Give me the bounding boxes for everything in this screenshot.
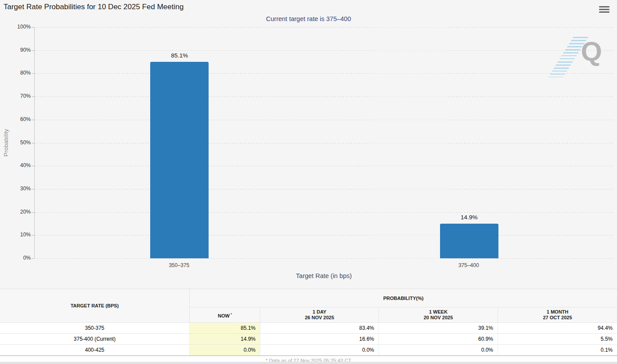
probability-table: TARGET RATE (BPS) PROBABILITY(%) NOW* 1 … [0, 289, 617, 356]
y-tick-label: 40% [0, 162, 31, 168]
table-body: 350-37585.1%83.4%39.1%94.4%375-400 (Curr… [0, 322, 617, 355]
header-1-month: 1 MONTH 27 OCT 2025 [498, 307, 617, 322]
header-now: NOW* [190, 307, 260, 322]
cell-1-day: 16.6% [260, 334, 379, 344]
y-tick-label: 10% [0, 232, 31, 238]
cell-rate: 350-375 [0, 323, 190, 333]
hamburger-bar [599, 11, 610, 13]
page-title: Target Rate Probabilities for 10 Dec 202… [4, 3, 184, 11]
y-tick-mark [32, 258, 34, 259]
bar-value-label: 14.9% [440, 214, 498, 221]
x-axis-title: Target Rate (in bps) [34, 272, 613, 279]
cell-rate: 375-400 (Current) [0, 334, 190, 344]
y-tick-label: 100% [0, 24, 31, 30]
y-tick-label: 80% [0, 70, 31, 76]
y-tick-mark [32, 96, 34, 97]
gridline [35, 96, 613, 97]
hamburger-menu-icon[interactable] [599, 5, 610, 14]
gridline [35, 166, 613, 166]
y-tick-mark [32, 189, 34, 189]
horizontal-scrollbar[interactable] [0, 362, 617, 364]
cell-1-week: 39.1% [379, 323, 498, 333]
y-tick-mark [32, 166, 34, 166]
cell-rate: 400-425 [0, 345, 190, 355]
hamburger-bar [599, 6, 610, 8]
cell-1-month: 0.1% [498, 345, 617, 355]
bar-350–375[interactable] [150, 62, 209, 258]
gridline [35, 143, 613, 143]
bar-value-label: 85.1% [150, 52, 209, 59]
y-tick-label: 20% [0, 209, 31, 215]
y-tick-mark [32, 73, 34, 74]
cell-now: 85.1% [190, 323, 260, 333]
header-1-day: 1 DAY 26 NOV 2025 [260, 307, 379, 322]
gridline [35, 258, 613, 259]
table-header: TARGET RATE (BPS) PROBABILITY(%) NOW* 1 … [0, 289, 617, 322]
cell-1-month: 5.5% [498, 334, 617, 344]
chart-panel: Target Rate Probabilities for 10 Dec 202… [0, 0, 617, 289]
y-tick-mark [32, 120, 34, 120]
table-row: 375-400 (Current)14.9%16.6%60.9%5.5% [0, 333, 617, 344]
y-tick-mark [32, 212, 34, 213]
cell-1-week: 60.9% [379, 334, 498, 344]
cell-1-day: 0.0% [260, 345, 379, 355]
cell-1-day: 83.4% [260, 323, 379, 333]
gridline [35, 212, 613, 213]
gridline [35, 27, 613, 28]
cell-now: 14.9% [190, 334, 260, 344]
x-category-label: 375–400 [440, 262, 498, 268]
y-tick-mark [32, 27, 34, 28]
y-tick-label: 0% [0, 255, 31, 261]
header-target-rate: TARGET RATE (BPS) [0, 289, 190, 322]
bar-375–400[interactable] [440, 224, 498, 258]
header-1-week: 1 WEEK 20 NOV 2025 [379, 307, 498, 322]
table-subheader: NOW* 1 DAY 26 NOV 2025 1 WEEK 20 NOV 202… [190, 307, 617, 322]
gridline [35, 73, 613, 74]
table-row: 400-4250.0%0.0%0.0%0.1% [0, 344, 617, 355]
cell-1-month: 94.4% [498, 323, 617, 333]
y-tick-label: 60% [0, 116, 31, 122]
gridline [35, 189, 613, 189]
cell-1-week: 0.0% [379, 345, 498, 355]
plot-area: 85.1%14.9% [34, 27, 613, 258]
gridline [35, 235, 613, 236]
header-probability-group: PROBABILITY(%) [190, 289, 617, 307]
chart-subtitle: Current target rate is 375–400 [0, 15, 617, 22]
gridline [35, 120, 613, 120]
y-tick-label: 90% [0, 47, 31, 53]
header-now-label: NOW [218, 313, 230, 318]
y-tick-label: 50% [0, 139, 31, 146]
y-tick-mark [32, 235, 34, 236]
header-now-asterisk: * [231, 312, 232, 316]
x-category-label: 350–375 [150, 262, 208, 268]
y-tick-mark [32, 143, 34, 143]
gridline [35, 50, 613, 51]
hamburger-bar [599, 9, 610, 11]
y-tick-mark [32, 50, 34, 51]
table-row: 350-37585.1%83.4%39.1%94.4% [0, 322, 617, 333]
y-tick-label: 30% [0, 186, 31, 192]
cell-now: 0.0% [190, 345, 260, 355]
y-tick-label: 70% [0, 93, 31, 99]
